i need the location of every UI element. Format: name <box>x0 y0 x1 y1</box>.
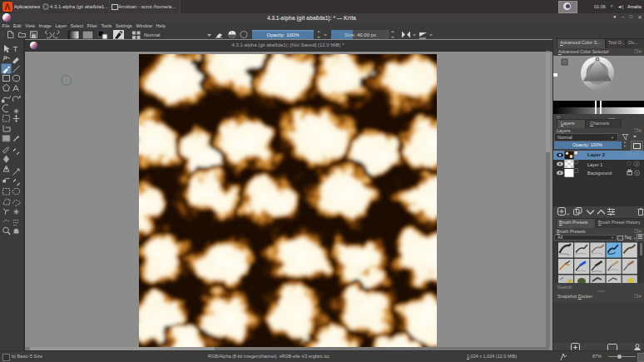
svg-text:Normal: Normal <box>144 32 160 37</box>
svg-text:T: T <box>13 44 18 53</box>
svg-text:Opacity: 100%: Opacity: 100% <box>266 32 300 37</box>
svg-text:Size: 40.00 px: Size: 40.00 px <box>344 32 376 37</box>
